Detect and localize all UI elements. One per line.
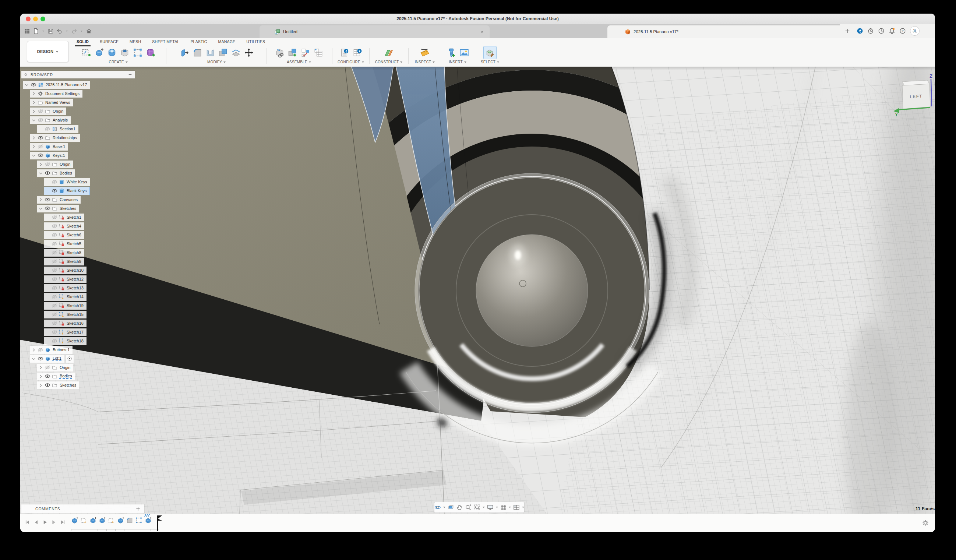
tree-item-label[interactable]: Sketch19	[66, 304, 83, 308]
eye-hidden-icon[interactable]	[52, 179, 57, 185]
tree-item[interactable]: Sketches	[37, 205, 79, 212]
tree-item-label[interactable]: Relationships	[52, 135, 77, 140]
chevron-down-icon[interactable]	[24, 82, 29, 87]
tree-item[interactable]: Sketch6	[44, 231, 84, 239]
eye-hidden-icon[interactable]	[52, 294, 57, 300]
fastener-button[interactable]	[446, 47, 456, 58]
extensions-icon[interactable]	[857, 28, 863, 34]
tree-item[interactable]: Section1	[37, 125, 79, 133]
tree-item-label[interactable]: Sketch10	[66, 268, 83, 272]
zoom-button[interactable]	[41, 17, 45, 21]
tree-item-label[interactable]: Origin	[52, 109, 63, 113]
viewports-caret-icon[interactable]	[522, 507, 524, 508]
chevron-down-icon[interactable]	[31, 153, 36, 158]
tree-item-label[interactable]: Sketch13	[66, 286, 83, 290]
tree-item-label[interactable]: Lid:1	[52, 356, 61, 361]
tree-item-label[interactable]: Sketches	[59, 383, 76, 387]
group-label-modify[interactable]: MODIFY	[207, 60, 226, 64]
tree-item-label[interactable]: Sketch17	[66, 330, 83, 334]
tree-item[interactable]: Analysis	[30, 116, 71, 124]
config-table-button[interactable]	[352, 47, 363, 58]
tree-item[interactable]: Sketch5	[44, 240, 84, 248]
new-component-button[interactable]	[275, 47, 285, 58]
minimize-button[interactable]	[33, 17, 38, 21]
select-tool-button[interactable]	[483, 46, 497, 59]
play-icon[interactable]	[42, 519, 48, 525]
eye-hidden-icon[interactable]	[52, 214, 57, 220]
tree-item-label[interactable]: Origin	[59, 162, 70, 167]
jump-to-end-icon[interactable]	[60, 519, 66, 525]
new-tab-icon[interactable]	[844, 28, 851, 34]
as-built-joint-button[interactable]	[300, 47, 311, 58]
tree-item-label[interactable]: Black Keys	[66, 189, 86, 193]
tree-item[interactable]: Origin	[37, 364, 73, 371]
tree-item[interactable]: Named Views	[30, 99, 73, 106]
fit-icon[interactable]	[474, 504, 480, 511]
timeline-ruler[interactable]	[71, 529, 159, 531]
eye-visible-icon[interactable]	[31, 82, 36, 88]
file-new-icon[interactable]	[33, 28, 39, 34]
help-icon[interactable]: ?	[899, 28, 906, 34]
close-button[interactable]	[26, 17, 31, 21]
eye-hidden-icon[interactable]	[38, 143, 44, 149]
tree-item[interactable]: Origin	[30, 107, 66, 115]
tree-item[interactable]: Sketch9	[44, 258, 84, 266]
eye-hidden-icon[interactable]	[52, 232, 57, 238]
eye-hidden-icon[interactable]	[44, 126, 50, 132]
eye-visible-icon[interactable]	[44, 170, 50, 176]
grid-settings-icon[interactable]	[500, 504, 507, 511]
chevron-right-icon[interactable]	[38, 365, 43, 370]
tree-item-label[interactable]: Origin	[59, 365, 70, 370]
joint-button[interactable]	[288, 47, 298, 58]
fit-caret-icon[interactable]	[483, 507, 485, 508]
eye-visible-icon[interactable]	[44, 382, 50, 388]
notifications-icon[interactable]	[888, 28, 895, 34]
group-label-construct[interactable]: CONSTRUCT	[375, 60, 403, 64]
tree-item[interactable]: White Keys	[44, 178, 90, 186]
chevron-right-icon[interactable]	[38, 197, 43, 202]
eye-visible-icon[interactable]	[44, 373, 50, 379]
tree-item[interactable]: Sketch16	[44, 319, 86, 327]
tree-item[interactable]: Sketch14	[44, 293, 86, 301]
eye-hidden-icon[interactable]	[52, 241, 57, 247]
timeline-feature-extrude[interactable]	[117, 517, 124, 524]
chevron-right-icon[interactable]	[38, 162, 43, 167]
chevron-right-icon[interactable]	[31, 348, 36, 352]
chevron-right-icon[interactable]	[31, 109, 36, 114]
chevron-down-icon[interactable]	[38, 171, 43, 176]
eye-hidden-icon[interactable]	[44, 161, 50, 167]
timeline-playhead[interactable]	[157, 516, 162, 531]
canvas-image-button[interactable]	[459, 47, 469, 58]
eye-hidden-icon[interactable]	[52, 258, 57, 264]
tree-item[interactable]: Sketch18	[44, 337, 86, 345]
job-status-icon[interactable]	[867, 28, 874, 34]
tree-item[interactable]: Sketch1	[44, 214, 84, 221]
tree-item-label[interactable]: Sketch9	[66, 259, 81, 264]
eye-hidden-icon[interactable]	[38, 117, 44, 123]
tab-untitled[interactable]: Untitled	[259, 25, 490, 38]
viewcube-face-label[interactable]: LEFT	[910, 94, 923, 99]
collapse-left-icon[interactable]	[24, 72, 28, 77]
timeline-feature-extrude-hatched[interactable]	[145, 517, 152, 524]
measure-button[interactable]	[420, 47, 430, 58]
redo-icon[interactable]	[71, 28, 77, 34]
group-label-create[interactable]: CREATE	[108, 60, 127, 64]
extrude-button[interactable]	[94, 47, 104, 58]
tree-item[interactable]: 2025.11.5 Pianano v17	[23, 81, 90, 89]
move-button[interactable]	[244, 47, 254, 58]
group-label-configure[interactable]: CONFIGURE	[338, 60, 364, 64]
tree-item-label[interactable]: Sketch1	[66, 215, 81, 219]
step-back-icon[interactable]	[33, 519, 39, 525]
comments-bar[interactable]: COMMENTS	[21, 504, 144, 513]
shell-button[interactable]	[205, 47, 215, 58]
tree-item[interactable]: Black Keys	[44, 187, 90, 195]
tree-item[interactable]: Relationships	[30, 134, 80, 142]
eye-visible-icon[interactable]	[38, 153, 44, 158]
tree-item-label[interactable]: Sketch12	[66, 277, 83, 281]
chevron-right-icon[interactable]	[38, 383, 43, 388]
tree-item-label[interactable]: Sketch8	[66, 250, 81, 255]
timeline-feature-sketch[interactable]	[108, 517, 115, 524]
timeline-feature-extrude[interactable]	[99, 517, 105, 524]
create-sketch-button[interactable]	[81, 47, 91, 58]
tree-item-label[interactable]: Analysis	[52, 118, 68, 122]
